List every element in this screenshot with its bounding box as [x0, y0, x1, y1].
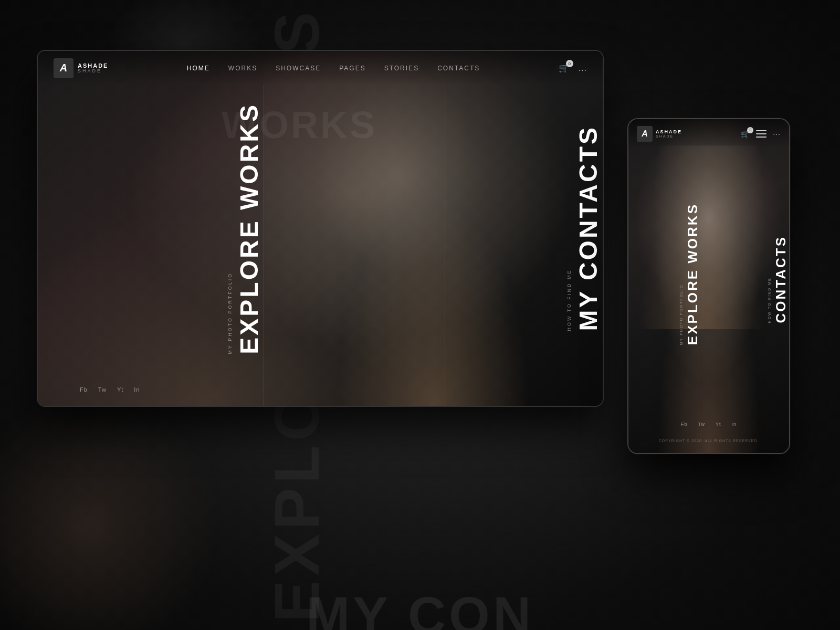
logo-tagline: SHADE — [78, 69, 108, 74]
mobile-screen: A ASHADE SHADE 🛒 0 ··· — [628, 119, 789, 453]
explore-works-text: MY PHOTO PORTFOLIO EXPLORE WORKS — [227, 103, 264, 354]
logo-name: ASHADE — [78, 63, 108, 69]
more-menu-button[interactable]: ... — [579, 64, 587, 73]
desktop-mockup: WorKs A ASHADE SHADE HOME WORKS SHOWCASE… — [37, 50, 604, 407]
social-facebook[interactable]: Fb — [80, 386, 88, 393]
cart-button[interactable]: 🛒 0 — [559, 63, 569, 73]
mobile-menu-button[interactable] — [756, 130, 766, 138]
social-youtube[interactable]: Yt — [117, 386, 123, 393]
cart-badge: 0 — [566, 60, 573, 67]
mobile-mockup: A ASHADE SHADE 🛒 0 ··· — [627, 118, 790, 454]
mobile-social-links: Fb Tw Yt In — [628, 422, 789, 427]
mobile-social-linkedin[interactable]: In — [732, 422, 737, 427]
desktop-social-links: Fb Tw Yt In — [80, 386, 140, 393]
desktop-divider-1 — [264, 85, 264, 406]
contacts-title: MY CONTACTS — [574, 125, 603, 331]
mobile-navbar: A ASHADE SHADE 🛒 0 ··· — [628, 119, 789, 148]
mobile-logo-icon: A — [637, 126, 653, 142]
contacts-subtitle: HOW TO FIND ME — [566, 269, 572, 331]
desktop-screen: WorKs A ASHADE SHADE HOME WORKS SHOWCASE… — [38, 51, 603, 406]
bg-hand-decoration — [0, 394, 220, 630]
mobile-contacts-title: CONTACTS — [773, 236, 789, 323]
desktop-nav-icons: 🛒 0 ... — [559, 63, 587, 73]
desktop-logo[interactable]: A ASHADE SHADE — [54, 58, 108, 78]
mobile-explore-panel: MY PHOTO PORTFOLIO EXPLORE WORKS — [628, 148, 701, 401]
desktop-navbar: A ASHADE SHADE HOME WORKS SHOWCASE PAGES… — [38, 51, 603, 85]
nav-item-pages[interactable]: PAGES — [339, 65, 365, 72]
hamburger-line-1 — [756, 130, 766, 131]
mobile-contacts-panel: HOW TO FIND ME CONTACTS — [733, 148, 789, 411]
bottom-partial-text: MY CON — [306, 585, 534, 630]
mobile-contacts-subtitle: HOW TO FIND ME — [768, 278, 771, 323]
logo-icon: A — [54, 58, 74, 78]
hamburger-line-3 — [756, 136, 766, 138]
desktop-nav-links: HOME WORKS SHOWCASE PAGES STORIES CONTAC… — [187, 65, 480, 72]
mobile-social-facebook[interactable]: Fb — [681, 422, 688, 427]
social-twitter[interactable]: Tw — [98, 386, 107, 393]
mobile-cart-badge: 0 — [747, 127, 753, 133]
hamburger-line-2 — [756, 133, 766, 134]
mobile-logo[interactable]: A ASHADE SHADE — [637, 126, 682, 142]
mobile-copyright: COPYRIGHT © 2020. ALL RIGHTS RESERVED. — [628, 439, 789, 443]
explore-title: EXPLORE WORKS — [235, 103, 264, 354]
mobile-more-button[interactable]: ··· — [773, 130, 781, 138]
logo-text: ASHADE SHADE — [78, 63, 108, 74]
mobile-logo-name: ASHADE — [656, 130, 682, 134]
nav-item-works[interactable]: WORKS — [228, 65, 257, 72]
nav-item-stories[interactable]: STORIES — [384, 65, 419, 72]
mobile-nav-icons: 🛒 0 ··· — [741, 130, 781, 138]
mobile-cart-button[interactable]: 🛒 0 — [741, 130, 750, 138]
mobile-explore-title: EXPLORE WORKS — [685, 203, 701, 345]
explore-works-panel: MY PHOTO PORTFOLIO EXPLORE WORKS — [38, 51, 264, 406]
desktop-divider-2 — [445, 85, 445, 406]
mobile-logo-tagline: SHADE — [656, 134, 682, 138]
my-contacts-panel: HOW TO FIND ME MY CONTACTS — [433, 51, 603, 406]
mobile-social-youtube[interactable]: Yt — [716, 422, 721, 427]
mobile-social-twitter[interactable]: Tw — [698, 422, 705, 427]
nav-item-showcase[interactable]: SHOWCASE — [276, 65, 321, 72]
mobile-explore-subtitle: MY PHOTO PORTFOLIO — [679, 285, 683, 345]
mobile-contacts-text: HOW TO FIND ME CONTACTS — [768, 236, 789, 323]
explore-subtitle: MY PHOTO PORTFOLIO — [227, 272, 233, 354]
social-linkedin[interactable]: In — [134, 386, 140, 393]
my-contacts-text: HOW TO FIND ME MY CONTACTS — [566, 125, 603, 331]
nav-item-contacts[interactable]: CONTACTS — [437, 65, 480, 72]
nav-item-home[interactable]: HOME — [187, 65, 210, 72]
mobile-divider — [698, 148, 698, 453]
mobile-logo-text: ASHADE SHADE — [656, 130, 682, 138]
